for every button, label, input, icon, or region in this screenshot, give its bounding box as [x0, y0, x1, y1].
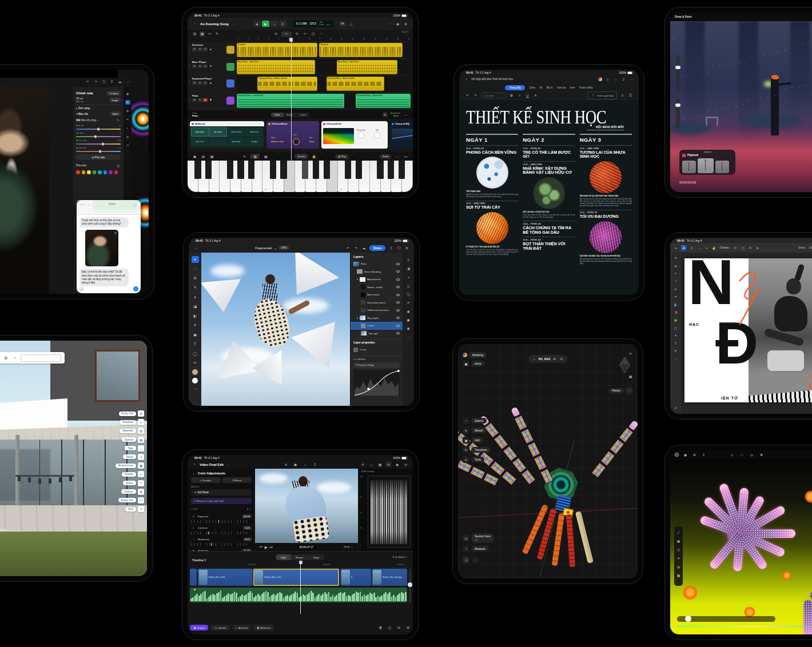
visibility-icon[interactable] [396, 263, 400, 265]
color-section[interactable]: ▾ Màu sắc [76, 113, 88, 115]
region[interactable]: Drummer [237, 43, 317, 57]
color-mix-button[interactable]: ◎ Pha màu [76, 154, 121, 160]
editors-icon[interactable]: ▭ [207, 31, 212, 37]
next-frame-icon[interactable]: ⏭ [269, 545, 274, 550]
light-icon[interactable]: ☀ [676, 556, 681, 561]
plugin-chromaglow[interactable]: ChromaGlow ModelModern Tube Drive StyleC… [266, 121, 319, 149]
comments-icon[interactable]: ◻ [406, 283, 411, 288]
outliner-icon[interactable]: ≣ [138, 489, 144, 495]
add-button[interactable]: Add [471, 437, 483, 443]
text-tool-icon[interactable]: T [672, 341, 679, 347]
brush-size-slider[interactable] [676, 55, 680, 93]
lock-icon[interactable]: ▣ [683, 452, 688, 457]
track-header-keys[interactable]: 3Keyboard PlayerMSR [188, 76, 237, 93]
history-icon[interactable]: ↺ [406, 300, 411, 305]
history-button[interactable]: History [608, 388, 624, 394]
play-icon[interactable]: ▷ [730, 452, 735, 457]
solo-button[interactable]: S [198, 47, 202, 51]
more-icon[interactable]: ⋯ [406, 334, 411, 340]
camera-settings-icon[interactable]: ⚙ [692, 452, 697, 457]
move-tool-icon[interactable]: ➢ [192, 256, 199, 263]
contrast-slider[interactable] [191, 532, 252, 534]
export-icon[interactable]: ↥ [701, 452, 706, 457]
orbit-icon[interactable]: ⟳ [628, 351, 633, 356]
wb-row[interactable]: WB Như khi chụp ⌄ [76, 119, 99, 122]
settings-icon[interactable]: ⚙ [404, 245, 409, 250]
drive-knob[interactable] [293, 138, 300, 145]
cloud-icon[interactable]: ☁ [117, 79, 122, 84]
append-icon[interactable]: ⊞ [405, 625, 411, 630]
minimize-icon[interactable]: ⊖ [403, 462, 408, 467]
mask-icon[interactable]: ◙ [406, 326, 411, 331]
record-enable-button[interactable]: R [203, 47, 208, 51]
material-icon[interactable]: ◍ [676, 564, 681, 569]
disable-button[interactable]: ◐ Disable [191, 477, 221, 483]
flipbook-panel[interactable]: Flipbook [679, 150, 735, 175]
contact-name[interactable]: Khanh [93, 202, 131, 205]
layer-row[interactable]: Top right [351, 330, 403, 338]
document-name[interactable]: Fragmented ⌄ 24% [255, 246, 289, 250]
brush-tool-icon[interactable]: ✑ [672, 294, 679, 300]
layer-row[interactable]: Noise blending [351, 268, 403, 276]
scenes-icon[interactable]: ▤ [138, 437, 144, 443]
wet-knob[interactable] [374, 132, 380, 138]
tags-button[interactable]: Tags [125, 446, 136, 450]
split-icon[interactable]: ✄ [302, 31, 308, 37]
panel-handle[interactable] [703, 151, 711, 153]
underline-icon[interactable]: U [525, 93, 530, 98]
info-icon[interactable]: ⓘ [101, 79, 106, 84]
region[interactable]: Drummer [319, 43, 403, 57]
mic-icon[interactable]: ♪ [302, 462, 308, 467]
window-dots-icon[interactable]: ●●● [79, 202, 85, 207]
materials-button[interactable]: Materials [120, 429, 136, 433]
zoom-tool-icon[interactable]: ○ [672, 357, 679, 362]
visibility-icon[interactable] [396, 270, 400, 273]
lock-icon[interactable]: 🔒 [312, 154, 317, 159]
type-tool-icon[interactable]: T [192, 341, 199, 348]
rotate-icon[interactable]: ⟳ [733, 245, 738, 250]
close-icon[interactable]: ✕ [672, 406, 679, 412]
soften-button[interactable]: Soften [123, 481, 136, 485]
overwrite-icon[interactable]: ⊟ [396, 625, 401, 630]
visibility-icon[interactable] [396, 278, 400, 281]
view-cube[interactable] [619, 357, 630, 373]
menu-same[interactable]: Same [809, 246, 812, 249]
viewer-more-icon[interactable]: ⋯ [349, 545, 355, 550]
cycle-button[interactable]: ⟳ [279, 21, 286, 27]
masking-icon[interactable]: ◐ [125, 126, 130, 130]
help-icon[interactable]: ? [138, 506, 144, 512]
adjustment-layer-row[interactable]: Blue match [351, 291, 403, 299]
timeline-playhead[interactable] [300, 563, 301, 614]
inspect-button[interactable]: ◨ Inspect [190, 625, 208, 630]
document-title[interactable]: Hội Nghị Đổi Mới-Thiết Kế Sinh Học [471, 78, 513, 81]
brightness-slider[interactable] [191, 543, 252, 546]
edit-icon[interactable]: ✎ [125, 100, 130, 105]
mute-button[interactable]: M [192, 47, 197, 51]
browser-icon[interactable]: ▥ [192, 31, 197, 37]
target-icon[interactable]: ◎ [116, 163, 121, 168]
visibility-icon[interactable] [396, 286, 400, 288]
select-subject-icon[interactable]: ✦ [192, 322, 199, 329]
adjustment-layer-row[interactable]: Saturation boost [351, 299, 403, 307]
add-mask-button[interactable]: ＋ Add Mask [191, 489, 252, 496]
light-section[interactable]: ▸ Ánh sáng [76, 107, 90, 110]
more-icon[interactable]: ⋯ [125, 79, 130, 84]
snap-toggle[interactable]: ◎ [463, 556, 470, 564]
back-icon[interactable]: ‹ [464, 77, 469, 82]
help-button[interactable]: Help [125, 507, 136, 512]
lcd-display[interactable]: 5 1 1 086 127,0 4/4C maj ▁▁ [293, 20, 334, 27]
background-color[interactable] [192, 378, 198, 384]
crop-icon[interactable]: ▣ [125, 91, 130, 96]
add-icon[interactable]: ▣ [463, 437, 469, 444]
volume-button[interactable]: ◁) Volume [210, 625, 230, 630]
entity-info-icon[interactable]: ⚙ [138, 410, 144, 417]
curves-editor[interactable] [353, 370, 400, 396]
frame-thumb[interactable] [682, 161, 696, 173]
environment-button[interactable]: Environment [116, 464, 136, 468]
entity-info-button[interactable]: Entity Info [119, 412, 136, 416]
model-info-icon[interactable]: ⓘ [138, 497, 144, 504]
soften-icon[interactable]: ◓ [138, 480, 144, 486]
frame-thumb-current[interactable] [698, 158, 714, 173]
back-icon[interactable]: ‹ [191, 472, 196, 477]
help-icon[interactable]: ◉ [395, 21, 400, 26]
